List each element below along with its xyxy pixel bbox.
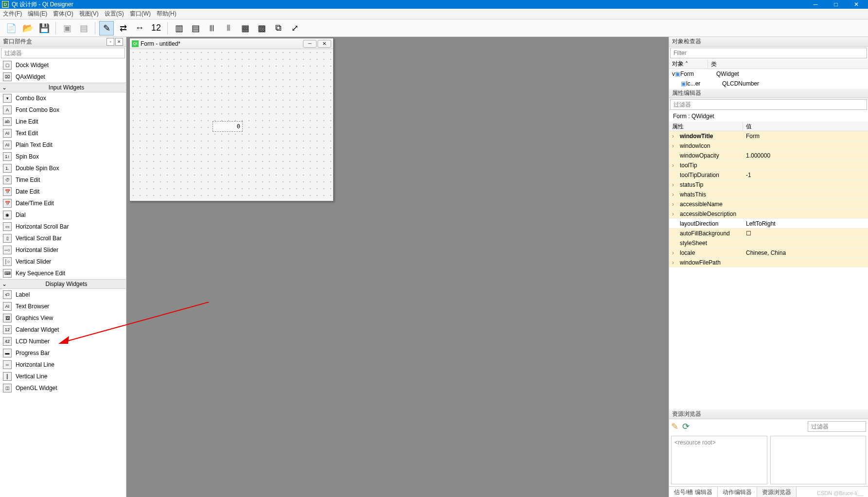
widget-item[interactable]: ║Vertical Line bbox=[0, 371, 126, 382]
widget-item[interactable]: 📅Date Edit bbox=[0, 186, 126, 197]
menu-item[interactable]: 窗体(O) bbox=[53, 10, 73, 18]
property-value[interactable]: Chinese, China bbox=[743, 249, 789, 256]
layout-vsplit-button[interactable]: ⫴ bbox=[221, 21, 236, 36]
bottom-tab[interactable]: 动作编辑器 bbox=[718, 487, 757, 497]
widget-item[interactable]: 12Calendar Widget bbox=[0, 324, 126, 336]
property-value[interactable]: 1.000000 bbox=[743, 152, 773, 159]
property-row[interactable]: ›windowTitleForm bbox=[669, 131, 868, 141]
widget-item[interactable]: AIText Browser bbox=[0, 301, 126, 312]
widget-item[interactable]: ▢Dock Widget bbox=[0, 59, 126, 71]
form-body[interactable]: 0 bbox=[130, 49, 333, 201]
layout-vert-button[interactable]: ▤ bbox=[188, 21, 203, 36]
minimize-button[interactable]: ─ bbox=[806, 0, 825, 9]
property-row[interactable]: ›windowFilePath bbox=[669, 258, 868, 267]
widget-item[interactable]: ═Horizontal Line bbox=[0, 359, 126, 371]
property-value[interactable]: ☐ bbox=[743, 230, 754, 237]
widget-list[interactable]: ▢Dock Widget⌧QAxWidget⌄Input Widgets▾Com… bbox=[0, 59, 126, 497]
property-row[interactable]: ›toolTip bbox=[669, 160, 868, 170]
widget-item[interactable]: ▾Combo Box bbox=[0, 92, 126, 104]
layout-grid-button[interactable]: ▦ bbox=[238, 21, 252, 36]
design-canvas[interactable]: Qt Form - untitled* ─ ✕ 0 bbox=[126, 37, 669, 497]
adjust-size-button[interactable]: ⤢ bbox=[287, 21, 302, 36]
prop-value-header[interactable]: 值 bbox=[743, 122, 755, 131]
break-layout-button[interactable]: ⧉ bbox=[271, 21, 285, 36]
expand-icon[interactable]: › bbox=[672, 191, 678, 198]
property-filter-input[interactable] bbox=[670, 99, 867, 110]
expand-icon[interactable]: › bbox=[672, 142, 678, 149]
resource-root[interactable]: <resource root> bbox=[674, 439, 716, 446]
resource-tree[interactable]: <resource root> bbox=[671, 436, 767, 484]
layout-hsplit-button[interactable]: ⫼ bbox=[205, 21, 219, 36]
widget-item[interactable]: │○Vertical Slider bbox=[0, 256, 126, 267]
edit-signals-button[interactable]: ⇄ bbox=[116, 21, 130, 36]
expand-icon[interactable]: › bbox=[672, 133, 678, 140]
property-row[interactable]: layoutDirectionLeftToRight bbox=[669, 219, 868, 229]
reload-resource-button[interactable]: ⟳ bbox=[682, 421, 690, 432]
object-row[interactable]: v ▣ FormQWidget bbox=[669, 69, 868, 79]
widget-item[interactable]: 📅Date/Time Edit bbox=[0, 197, 126, 209]
close-panel-button[interactable]: ✕ bbox=[115, 38, 123, 46]
widget-item[interactable]: ─○Horizontal Slider bbox=[0, 244, 126, 256]
property-row[interactable]: ›statusTip bbox=[669, 180, 868, 190]
prop-name-header[interactable]: 属性 bbox=[669, 122, 743, 131]
layout-horiz-button[interactable]: ▥ bbox=[172, 21, 186, 36]
widget-item[interactable]: ⌧QAxWidget bbox=[0, 71, 126, 83]
object-filter-input[interactable] bbox=[670, 48, 867, 58]
property-row[interactable]: ›localeChinese, China bbox=[669, 248, 868, 258]
open-file-button[interactable]: 📂 bbox=[20, 21, 35, 36]
widget-item[interactable]: ⏱Time Edit bbox=[0, 174, 126, 186]
widget-item[interactable]: ▯Vertical Scroll Bar bbox=[0, 232, 126, 244]
object-tree[interactable]: 对象 ˄ 类 v ▣ FormQWidget ▣ lc...erQLCDNumb… bbox=[669, 59, 868, 89]
new-file-button[interactable]: 📄 bbox=[4, 21, 18, 36]
dock-button[interactable]: ▫ bbox=[106, 38, 114, 46]
send-back-button[interactable]: ▣ bbox=[60, 21, 74, 36]
edit-buddies-button[interactable]: ↔ bbox=[132, 21, 147, 36]
expand-icon[interactable]: › bbox=[672, 259, 678, 266]
widget-filter-input[interactable] bbox=[1, 48, 125, 58]
widget-item[interactable]: 42LCD Number bbox=[0, 336, 126, 347]
property-row[interactable]: windowOpacity1.000000 bbox=[669, 151, 868, 160]
widget-category[interactable]: ⌄Input Widgets bbox=[0, 83, 126, 92]
maximize-button[interactable]: □ bbox=[826, 0, 846, 9]
edit-resource-button[interactable]: ✎ bbox=[671, 421, 678, 432]
property-row[interactable]: autoFillBackground☐ bbox=[669, 229, 868, 238]
property-row[interactable]: styleSheet bbox=[669, 238, 868, 248]
property-value[interactable]: -1 bbox=[743, 172, 754, 178]
close-button[interactable]: ✕ bbox=[847, 0, 866, 9]
widget-item[interactable]: ▭Horizontal Scroll Bar bbox=[0, 221, 126, 232]
widget-item[interactable]: 1↕Spin Box bbox=[0, 151, 126, 162]
expand-icon[interactable]: › bbox=[672, 201, 678, 208]
form-minimize-button[interactable]: ─ bbox=[303, 40, 317, 48]
menu-item[interactable]: 设置(S) bbox=[105, 10, 124, 18]
resource-filter-input[interactable] bbox=[808, 421, 866, 432]
save-file-button[interactable]: 💾 bbox=[37, 21, 52, 36]
bottom-tab[interactable]: 信号/槽 编辑器 bbox=[669, 487, 718, 497]
widget-item[interactable]: abLine Edit bbox=[0, 116, 126, 127]
lcd-number-widget[interactable]: 0 bbox=[213, 121, 243, 132]
form-window[interactable]: Qt Form - untitled* ─ ✕ 0 bbox=[129, 38, 334, 201]
bring-front-button[interactable]: ▤ bbox=[76, 21, 91, 36]
menu-item[interactable]: 文件(F) bbox=[3, 10, 22, 18]
edit-taborder-button[interactable]: 12 bbox=[149, 21, 163, 36]
form-close-button[interactable]: ✕ bbox=[318, 40, 331, 48]
widget-item[interactable]: ◫OpenGL Widget bbox=[0, 382, 126, 394]
property-row[interactable]: ›windowIcon bbox=[669, 141, 868, 151]
menu-item[interactable]: 窗口(W) bbox=[130, 10, 151, 18]
widget-item[interactable]: ◉Dial bbox=[0, 209, 126, 221]
widget-item[interactable]: 1.Double Spin Box bbox=[0, 162, 126, 174]
widget-item[interactable]: AFont Combo Box bbox=[0, 104, 126, 116]
property-table[interactable]: 属性 值 ›windowTitleForm›windowIconwindowOp… bbox=[669, 122, 868, 409]
property-value[interactable]: LeftToRight bbox=[743, 220, 779, 227]
expand-icon[interactable]: › bbox=[672, 162, 678, 169]
widget-category[interactable]: ⌄Display Widgets bbox=[0, 279, 126, 289]
object-row[interactable]: ▣ lc...erQLCDNumber bbox=[669, 79, 868, 89]
widget-item[interactable]: ⌨Key Sequence Edit bbox=[0, 267, 126, 279]
property-row[interactable]: toolTipDuration-1 bbox=[669, 170, 868, 180]
widget-item[interactable]: 🏷Label bbox=[0, 289, 126, 301]
edit-widgets-button[interactable]: ✎ bbox=[99, 21, 114, 36]
menu-item[interactable]: 视图(V) bbox=[79, 10, 99, 18]
menu-item[interactable]: 帮助(H) bbox=[157, 10, 177, 18]
menu-item[interactable]: 编辑(E) bbox=[28, 10, 47, 18]
property-row[interactable]: ›accessibleName bbox=[669, 199, 868, 209]
property-row[interactable]: ›whatsThis bbox=[669, 190, 868, 199]
